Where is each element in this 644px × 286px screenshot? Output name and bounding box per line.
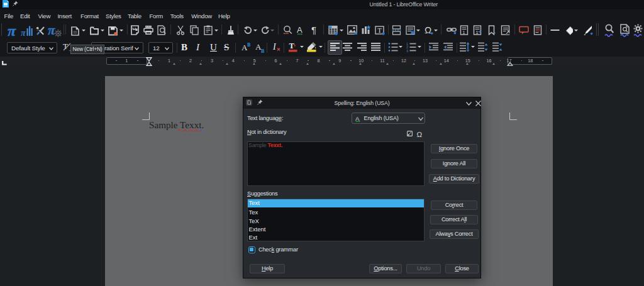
svg-text:π: π (21, 28, 26, 36)
svg-text:Ω: Ω (425, 25, 431, 35)
svg-text:π: π (48, 25, 55, 37)
svg-text:T: T (377, 26, 382, 34)
svg-text:Ω: Ω (417, 130, 423, 138)
svg-text:B: B (247, 42, 251, 48)
svg-text:1: 1 (463, 30, 465, 34)
svg-text:A: A (355, 115, 360, 122)
svg-text:A: A (297, 25, 303, 35)
svg-text:¶: ¶ (311, 25, 316, 35)
svg-text:B: B (261, 48, 265, 53)
svg-text:I: I (272, 42, 277, 52)
svg-text:π: π (8, 25, 16, 36)
svg-text:T: T (289, 41, 295, 50)
svg-text:3: 3 (406, 49, 408, 52)
svg-text:1: 1 (476, 30, 479, 34)
